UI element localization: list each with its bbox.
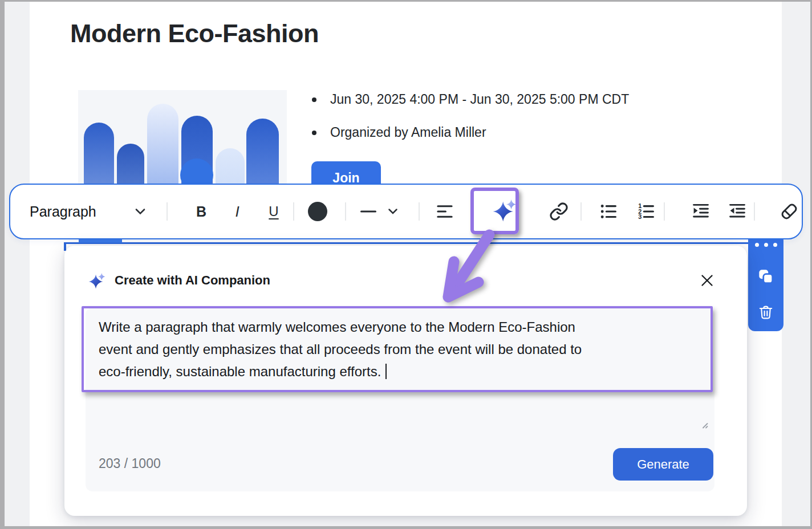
text-cursor (385, 364, 387, 379)
trash-icon (757, 304, 774, 321)
ai-companion-dialog: Create with AI Companion Write a paragra… (64, 246, 747, 516)
event-organizer: Organized by Amelia Miller (312, 125, 486, 140)
block-duplicate-button[interactable] (748, 263, 783, 290)
text-color-button[interactable] (308, 202, 327, 221)
alignment-button[interactable] (435, 202, 454, 221)
toolbar-divider (580, 202, 582, 221)
toolbar-divider (419, 202, 420, 221)
prompt-line: eco-friendly, sustainable manufacturing … (99, 360, 703, 382)
bullet-list-icon (599, 202, 619, 222)
ai-prompt-panel: Write a paragraph that warmly welcomes e… (86, 308, 714, 491)
generate-button[interactable]: Generate (613, 448, 713, 481)
event-datetime: Jun 30, 2025 4:00 PM - Jun 30, 2025 5:00… (312, 92, 629, 107)
italic-button[interactable]: I (235, 203, 239, 221)
ai-prompt-textarea[interactable]: Write a paragraph that warmly welcomes e… (99, 316, 703, 382)
prompt-line: event and gently emphasizes that all pro… (99, 338, 703, 360)
clear-formatting-button[interactable] (779, 201, 799, 222)
horizontal-rule-chevron-down-icon[interactable] (387, 207, 399, 216)
paragraph-chevron-down-icon[interactable] (134, 207, 147, 216)
rich-text-toolbar: Paragraph B I U (9, 184, 803, 239)
link-button[interactable] (549, 202, 569, 221)
numbered-list-icon: 1 2 3 (636, 202, 656, 222)
bold-button[interactable]: B (196, 204, 206, 220)
bullet-dot (312, 97, 316, 102)
ai-sparkle-icon (491, 198, 518, 225)
numbered-list-button[interactable]: 1 2 3 (636, 202, 656, 222)
event-editor-page: Modern Eco-Fashion Jun 30, 2025 4:00 PM … (0, 0, 812, 529)
link-icon (549, 202, 569, 221)
block-delete-button[interactable] (748, 299, 783, 325)
prompt-line: Write a paragraph that warmly welcomes e… (99, 316, 703, 338)
ellipsis-icon (755, 243, 777, 247)
page-title: Modern Eco-Fashion (70, 19, 319, 48)
toolbar-divider (345, 202, 346, 221)
bullet-dot (312, 131, 316, 135)
eraser-icon (779, 201, 799, 222)
color-swatch-icon (308, 202, 327, 221)
textarea-resize-handle[interactable] (700, 420, 709, 429)
horizontal-rule-button[interactable] (360, 211, 376, 213)
close-icon (699, 272, 715, 288)
character-counter: 203 / 1000 (99, 456, 161, 471)
ai-companion-button[interactable] (491, 198, 518, 225)
horizontal-rule-icon (360, 211, 376, 213)
ai-sparkle-icon (87, 272, 107, 291)
indent-decrease-button[interactable] (728, 202, 748, 222)
indent-increase-button[interactable] (691, 202, 711, 222)
indent-increase-icon (691, 202, 711, 222)
block-controls-panel (748, 237, 783, 331)
selected-block-top-border (64, 242, 748, 244)
svg-text:3: 3 (638, 213, 642, 220)
indent-decrease-icon (728, 202, 748, 222)
dialog-close-button[interactable] (699, 272, 716, 289)
underline-button[interactable]: U (269, 204, 278, 219)
toolbar-divider (754, 202, 755, 221)
toolbar-divider (167, 202, 168, 221)
toolbar-divider (664, 202, 665, 221)
bullet-list-button[interactable] (599, 202, 619, 222)
copy-icon (757, 267, 775, 286)
toolbar-divider (293, 202, 294, 221)
dialog-title: Create with AI Companion (115, 273, 270, 288)
align-left-icon (435, 202, 454, 221)
paragraph-style-dropdown[interactable]: Paragraph (30, 204, 96, 220)
